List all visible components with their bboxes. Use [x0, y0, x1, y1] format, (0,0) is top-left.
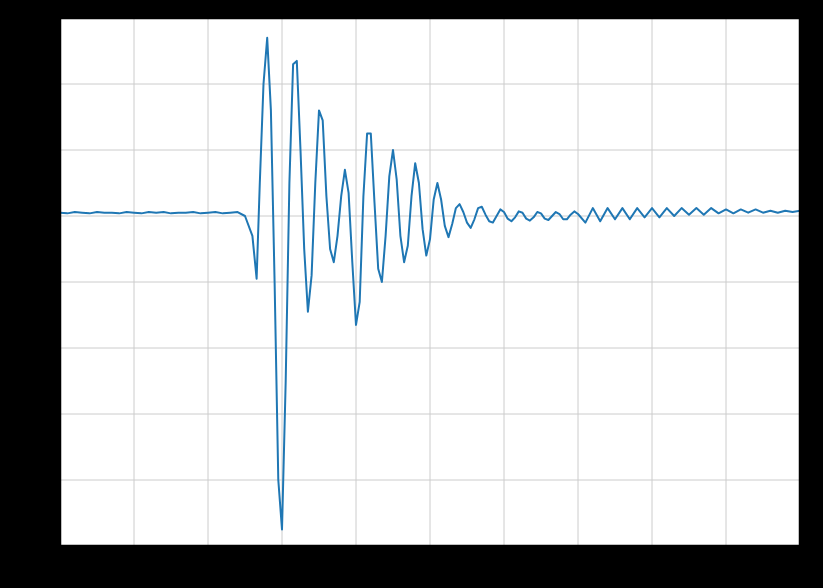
chart-axes [60, 18, 800, 546]
grid [60, 18, 800, 546]
chart-svg [60, 18, 800, 546]
